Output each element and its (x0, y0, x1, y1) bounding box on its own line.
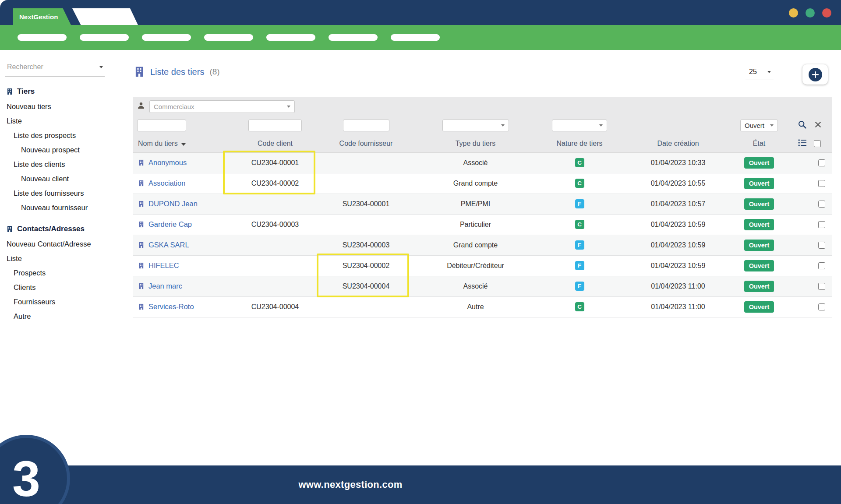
row-checkbox[interactable] (818, 262, 825, 269)
nav-pill[interactable] (329, 34, 378, 41)
commerciaux-select[interactable]: Commerciaux (149, 100, 295, 113)
page-size-select[interactable]: 25 (746, 66, 774, 80)
building-icon (138, 159, 145, 166)
nav-pill[interactable] (80, 34, 129, 41)
cell-nature: F (534, 194, 625, 214)
row-checkbox[interactable] (818, 159, 825, 166)
nav-pill[interactable] (142, 34, 191, 41)
filter-nom-input[interactable] (137, 120, 186, 131)
col-header-type[interactable]: Type du tiers (417, 135, 534, 152)
filter-nature-select[interactable] (552, 120, 607, 131)
nav-pill[interactable] (18, 34, 67, 41)
sidebar-item-nouveau-client[interactable]: Nouveau client (0, 172, 111, 186)
tiers-name-link[interactable]: GSKA SARL (148, 241, 189, 249)
cell-nom: GSKA SARL (133, 235, 236, 255)
cell-date: 01/04/2023 10:33 (625, 152, 731, 173)
brand-tab[interactable]: NextGestion (13, 8, 71, 25)
sidebar-item-autre[interactable]: Autre (0, 309, 111, 324)
etat-filter-value: Ouvert (745, 122, 764, 129)
sidebar-item-liste-des-fournisseurs[interactable]: Liste des fournisseurs (0, 186, 111, 201)
nature-badge: F (575, 240, 584, 250)
list-view-icon[interactable] (798, 139, 807, 148)
sidebar-item-liste-des-clients[interactable]: Liste des clients (0, 157, 111, 172)
sidebar-item-fournisseurs[interactable]: Fournisseurs (0, 295, 111, 309)
sidebar-item-clients[interactable]: Clients (0, 280, 111, 295)
table-row: Services-RotoCU2304-00004AutreC01/04/202… (133, 296, 832, 317)
window-dot-yellow[interactable] (789, 8, 798, 18)
col-header-code-fournisseur[interactable]: Code fournisseur (314, 135, 417, 152)
add-tiers-button[interactable] (802, 64, 828, 85)
tiers-name-link[interactable]: Garderie Cap (148, 220, 192, 228)
row-checkbox[interactable] (818, 303, 825, 310)
sidebar-item-liste-des-prospects[interactable]: Liste des prospects (0, 128, 111, 143)
cell-select (788, 296, 832, 317)
filter-type-select[interactable] (442, 120, 509, 131)
tiers-name-link[interactable]: HIFELEC (148, 261, 179, 269)
col-label: État (753, 140, 765, 147)
nav-pill[interactable] (204, 34, 253, 41)
cell-etat: Ouvert (731, 296, 788, 317)
building-icon (134, 66, 145, 78)
nav-pill[interactable] (266, 34, 315, 41)
person-icon (137, 102, 145, 111)
row-checkbox[interactable] (818, 201, 825, 208)
tiers-name-link[interactable]: Jean marc (148, 282, 182, 290)
blank-tab[interactable] (72, 8, 138, 25)
sidebar-section-label: Contacts/Adresses (17, 225, 85, 233)
sidebar-item-prospects[interactable]: Prospects (0, 266, 111, 280)
col-header-etat[interactable]: État (731, 135, 788, 152)
row-checkbox[interactable] (818, 283, 825, 290)
filter-etat-select[interactable]: Ouvert (740, 120, 778, 131)
cell-code-fournisseur: SU2304-00002 (314, 255, 417, 276)
col-header-nature[interactable]: Nature de tiers (534, 135, 625, 152)
tiers-name-link[interactable]: Anonymous (148, 159, 187, 166)
sidebar-item-liste[interactable]: Liste (0, 114, 111, 128)
col-label: Nom du tiers (138, 140, 178, 147)
row-checkbox[interactable] (818, 242, 825, 249)
tiers-table: Commerciaux (133, 97, 832, 317)
sidebar-section-label: Tiers (17, 87, 35, 96)
cell-etat: Ouvert (731, 255, 788, 276)
sidebar-item-nouveau-contact-adresse[interactable]: Nouveau Contact/Adresse (0, 237, 111, 251)
chevron-down-icon (287, 106, 290, 108)
sidebar-section-contacts-adresses: Contacts/Adresses (0, 220, 111, 237)
sidebar-search-input[interactable]: Rechercher (5, 60, 105, 77)
clear-filters-icon[interactable] (815, 121, 821, 130)
col-label: Date création (657, 140, 699, 147)
sidebar-section-tiers: Tiers (0, 83, 111, 99)
filter-row-commerciaux: Commerciaux (133, 97, 832, 116)
sidebar-item-nouveau-fournisseur[interactable]: Nouveau fournisseur (0, 201, 111, 215)
col-header-date[interactable]: Date création (625, 135, 731, 152)
cell-select (788, 276, 832, 296)
cell-nature: C (534, 214, 625, 235)
row-checkbox[interactable] (818, 180, 825, 187)
cell-type: PME/PMI (417, 194, 534, 214)
cell-code-fournisseur (314, 296, 417, 317)
tiers-name-link[interactable]: Association (148, 179, 185, 187)
search-icon[interactable] (798, 120, 807, 131)
cell-nom: Garderie Cap (133, 214, 236, 235)
cell-nature: F (534, 276, 625, 296)
cell-type: Particulier (417, 214, 534, 235)
col-header-nom[interactable]: Nom du tiers (133, 135, 236, 152)
tiers-name-link[interactable]: Services-Roto (148, 303, 194, 310)
row-checkbox[interactable] (818, 221, 825, 228)
footer-url: www.nextgestion.com (298, 479, 402, 490)
cell-code-client (236, 235, 314, 255)
page-title: Liste des tiers (8) (134, 66, 220, 78)
filter-code-client-input[interactable] (248, 120, 302, 131)
select-all-checkbox[interactable] (814, 140, 821, 147)
sidebar-item-nouveau-prospect[interactable]: Nouveau prospect (0, 143, 111, 157)
cell-code-fournisseur (314, 214, 417, 235)
window-dot-green[interactable] (806, 8, 815, 18)
cell-code-client: CU2304-00003 (236, 214, 314, 235)
tiers-name-link[interactable]: DUPOND Jean (148, 200, 198, 208)
building-icon (138, 303, 145, 310)
sidebar-item-liste[interactable]: Liste (0, 251, 111, 266)
window-dot-red[interactable] (822, 8, 831, 18)
filter-code-fournisseur-input[interactable] (343, 120, 389, 131)
cell-nature: C (534, 296, 625, 317)
nav-pill[interactable] (391, 34, 440, 41)
col-header-code-client[interactable]: Code client (236, 135, 314, 152)
sidebar-item-nouveau-tiers[interactable]: Nouveau tiers (0, 99, 111, 114)
